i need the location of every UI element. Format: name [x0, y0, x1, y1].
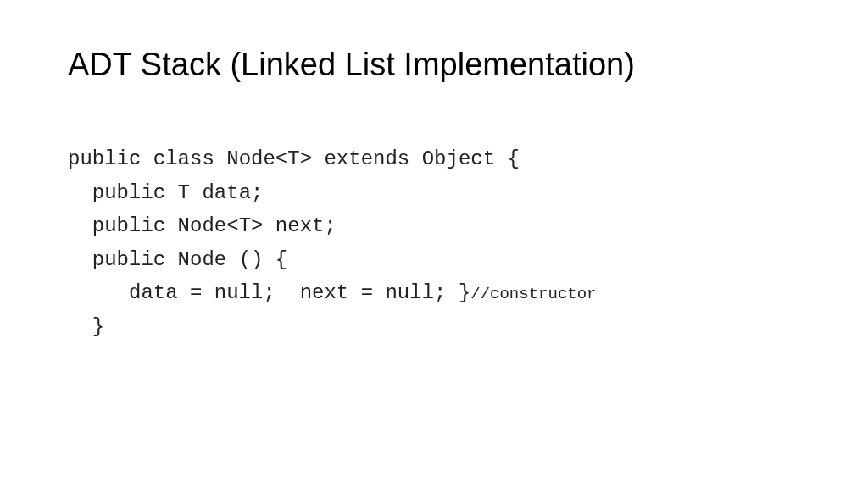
code-line-6: } — [68, 310, 800, 344]
code-line-1: public class Node<T> extends Object { — [68, 142, 800, 176]
code-comment: //constructor — [470, 285, 596, 303]
code-line-3: public Node<T> next; — [68, 209, 800, 243]
code-line-5a: data = null; next = null; } — [129, 281, 470, 304]
slide-title: ADT Stack (Linked List Implementation) — [68, 47, 800, 83]
code-block: public class Node<T> extends Object { pu… — [68, 142, 800, 344]
code-line-5: data = null; next = null; }//constructor — [68, 276, 800, 310]
code-line-2: public T data; — [68, 176, 800, 210]
code-line-4: public Node () { — [68, 243, 800, 277]
